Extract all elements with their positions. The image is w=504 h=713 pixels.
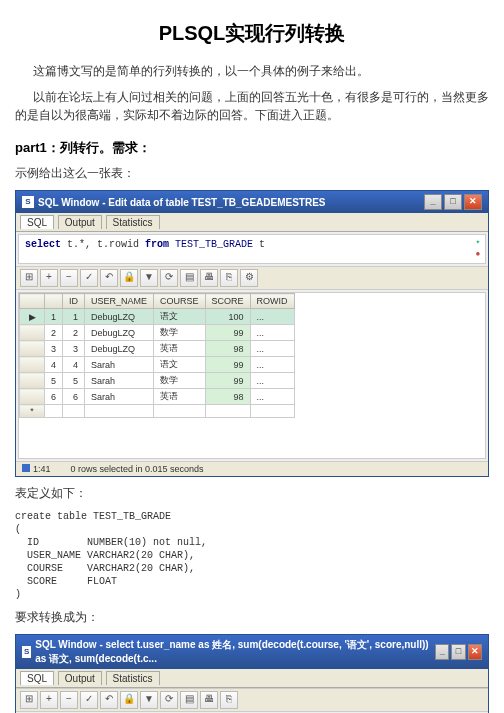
tab-output[interactable]: Output — [58, 671, 102, 685]
settings-icon[interactable]: ⚙ — [240, 269, 258, 287]
col-rowid[interactable]: ROWID — [250, 294, 294, 309]
result-grid[interactable]: ID USER_NAME COURSE SCORE ROWID ▶11Debug… — [18, 292, 486, 459]
note-table-def: 表定义如下： — [15, 485, 489, 502]
commit-icon[interactable]: ✓ — [80, 269, 98, 287]
minimize-button[interactable]: _ — [424, 194, 442, 210]
grid-nav-icon[interactable]: ⊞ — [20, 691, 38, 709]
close-button[interactable]: ✕ — [468, 644, 482, 660]
sql-window-1: S SQL Window - Edit data of table TEST_T… — [15, 190, 489, 477]
status-message: 0 rows selected in 0.015 seconds — [71, 464, 204, 474]
col-score[interactable]: SCORE — [205, 294, 250, 309]
add-row-icon[interactable]: + — [40, 691, 58, 709]
rollback-icon[interactable]: ↶ — [100, 269, 118, 287]
status-icon — [22, 464, 30, 472]
filter-icon[interactable]: ▼ — [140, 691, 158, 709]
sql-window-2: S SQL Window - select t.user_name as 姓名,… — [15, 634, 489, 713]
table-row[interactable]: * — [20, 405, 295, 418]
grid-nav-icon[interactable]: ⊞ — [20, 269, 38, 287]
table-row[interactable]: 66Sarah英语98... — [20, 389, 295, 405]
export-icon[interactable]: ▤ — [180, 691, 198, 709]
lock-icon[interactable]: 🔒 — [120, 691, 138, 709]
tab-statistics[interactable]: Statistics — [106, 671, 160, 685]
statusbar: 1:41 0 rows selected in 0.015 seconds — [16, 461, 488, 476]
tab-sql[interactable]: SQL — [20, 671, 54, 685]
delete-row-icon[interactable]: − — [60, 691, 78, 709]
minimize-button[interactable]: _ — [435, 644, 449, 660]
ddl-block: create table TEST_TB_GRADE ( ID NUMBER(1… — [15, 510, 489, 601]
table-row[interactable]: 55Sarah数学99... — [20, 373, 295, 389]
col-id[interactable]: ID — [63, 294, 85, 309]
copy-icon[interactable]: ⎘ — [220, 691, 238, 709]
close-button[interactable]: ✕ — [464, 194, 482, 210]
print-icon[interactable]: 🖶 — [200, 691, 218, 709]
execute-icon[interactable]: ✦ — [473, 237, 483, 247]
table-row[interactable]: 44Sarah语文99... — [20, 357, 295, 373]
note-table-example: 示例给出这么一张表： — [15, 165, 489, 182]
page-title: PLSQL实现行列转换 — [15, 20, 489, 47]
tab-statistics[interactable]: Statistics — [106, 215, 160, 229]
commit-icon[interactable]: ✓ — [80, 691, 98, 709]
filter-icon[interactable]: ▼ — [140, 269, 158, 287]
grid-toolbar: ⊞ + − ✓ ↶ 🔒 ▼ ⟳ ▤ 🖶 ⎘ — [16, 688, 488, 712]
table-row[interactable]: ▶11DebugLZQ语文100... — [20, 309, 295, 325]
tabs-row: SQL Output Statistics — [16, 669, 488, 688]
window-title: SQL Window - Edit data of table TEST_TB_… — [38, 197, 326, 208]
window-title: SQL Window - select t.user_name as 姓名, s… — [35, 638, 433, 666]
refresh-icon[interactable]: ⟳ — [160, 269, 178, 287]
intro-paragraph-1: 这篇博文写的是简单的行列转换的，以一个具体的例子来给出。 — [15, 62, 489, 80]
note-convert-to: 要求转换成为： — [15, 609, 489, 626]
table-row[interactable]: 22DebugLZQ数学99... — [20, 325, 295, 341]
grid-toolbar: ⊞ + − ✓ ↶ 🔒 ▼ ⟳ ▤ 🖶 ⎘ ⚙ — [16, 266, 488, 290]
tab-sql[interactable]: SQL — [20, 215, 54, 229]
tab-output[interactable]: Output — [58, 215, 102, 229]
refresh-icon[interactable]: ⟳ — [160, 691, 178, 709]
sql-icon: S — [22, 646, 31, 658]
titlebar[interactable]: S SQL Window - select t.user_name as 姓名,… — [16, 635, 488, 669]
col-username[interactable]: USER_NAME — [85, 294, 154, 309]
stop-icon[interactable]: ● — [473, 249, 483, 259]
lock-icon[interactable]: 🔒 — [120, 269, 138, 287]
tabs-row: SQL Output Statistics — [16, 213, 488, 232]
part1-heading: part1：列转行。需求： — [15, 139, 489, 157]
sql-icon: S — [22, 196, 34, 208]
titlebar[interactable]: S SQL Window - Edit data of table TEST_T… — [16, 191, 488, 213]
maximize-button[interactable]: □ — [451, 644, 465, 660]
delete-row-icon[interactable]: − — [60, 269, 78, 287]
sql-editor[interactable]: select t.*, t.rowid from TEST_TB_GRADE t… — [18, 234, 486, 264]
maximize-button[interactable]: □ — [444, 194, 462, 210]
table-row[interactable]: 33DebugLZQ英语98... — [20, 341, 295, 357]
export-icon[interactable]: ▤ — [180, 269, 198, 287]
print-icon[interactable]: 🖶 — [200, 269, 218, 287]
add-row-icon[interactable]: + — [40, 269, 58, 287]
rollback-icon[interactable]: ↶ — [100, 691, 118, 709]
intro-paragraph-2: 以前在论坛上有人问过相关的问题，上面的回答五光十色，有很多是可行的，当然更多的是… — [15, 88, 489, 124]
col-course[interactable]: COURSE — [154, 294, 206, 309]
copy-icon[interactable]: ⎘ — [220, 269, 238, 287]
